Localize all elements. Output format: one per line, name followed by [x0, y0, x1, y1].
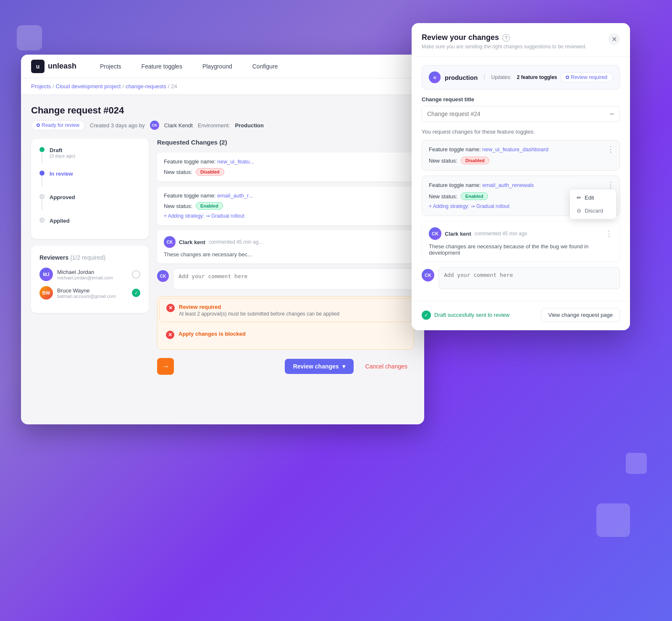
comment-input-row: CK	[157, 268, 414, 289]
cr-title: Change request #024	[31, 105, 414, 116]
modal-toggle-link-1[interactable]: new_ui_feature_dashboard	[482, 146, 549, 153]
modal-subtitle: Make sure you are sending the right chan…	[422, 44, 586, 50]
step-info-draft: Draft (3 days ago)	[50, 147, 75, 158]
reviewer-avatar-michael: MJ	[39, 268, 53, 281]
bg-decoration-4	[626, 453, 647, 474]
review-status-michael	[132, 270, 140, 279]
toggle-menu-btn-1[interactable]: ⋮	[607, 145, 614, 153]
comment-block: CK Clark kent commented 45 min ag... The…	[157, 230, 414, 263]
breadcrumb-change-requests[interactable]: change-requests	[126, 83, 166, 89]
edit-label: Edit	[585, 195, 594, 201]
env-left: ⊕ production | Updates: 2 feature toggle…	[429, 71, 557, 83]
cr-header: Change request #024 Ready for review Cre…	[31, 105, 414, 130]
x-circle-review: ✕	[166, 304, 175, 312]
breadcrumb-project[interactable]: Cloud development project	[56, 83, 121, 89]
edit-icon: ✏	[577, 195, 581, 201]
toggles-label: You request changes for these feature to…	[422, 129, 620, 135]
main-content: Change request #024 Ready for review Cre…	[21, 95, 424, 418]
author-avatar: CK	[150, 121, 159, 130]
toggle-menu-btn-2[interactable]: ⋮	[607, 181, 614, 189]
comment-header: CK Clark kent commented 45 min ag...	[164, 236, 407, 248]
cr-title-edit-btn[interactable]: ✏	[605, 107, 620, 121]
toggle-link-2[interactable]: email_auth_r...	[217, 192, 253, 199]
step-dot-inreview	[39, 171, 45, 176]
info-icon: ?	[502, 34, 510, 42]
app-window: u unleash Projects Feature toggles Playg…	[21, 55, 424, 424]
reviewer-info-michael: Michael Jordan michael.jordan@email.com	[57, 269, 113, 280]
context-menu-discard[interactable]: ⊖ Discard	[570, 204, 616, 217]
commenter-avatar: CK	[164, 236, 176, 248]
bg-decoration-1	[17, 25, 42, 50]
toggle-card-2: Feature toggle name: email_auth_r... New…	[157, 187, 414, 225]
modal-commenter-name: Clark kent	[445, 231, 471, 237]
modal-strategy-tag-2: + Adding strategy: ⇒ Gradual rollout	[429, 203, 509, 209]
step-line-draft	[42, 153, 42, 163]
modal-comment-input[interactable]	[438, 267, 620, 289]
commenter-name: Clark kent	[179, 239, 205, 245]
env-card: ⊕ production | Updates: 2 feature toggle…	[422, 65, 620, 89]
nav-feature-toggles[interactable]: Feature toggles	[138, 61, 186, 71]
cr-title-label: Change request title	[422, 96, 620, 103]
step-name-inreview: In review	[50, 171, 73, 177]
toggle-name-2: Feature toggle name: email_auth_r...	[164, 192, 407, 199]
cr-title-input-wrapper: ✏	[422, 106, 620, 122]
step-line-inreview	[42, 176, 42, 187]
modal-toggle-name-1: Feature toggle name: new_ui_feature_dash…	[429, 146, 613, 153]
discard-icon: ⊖	[577, 208, 581, 214]
modal-close-btn[interactable]: ✕	[608, 33, 620, 45]
toggle-link-1[interactable]: new_ui_featu...	[217, 158, 254, 165]
success-icon: ✓	[422, 310, 431, 320]
modal-toggle-card-2: Feature toggle name: email_auth_renewals…	[422, 176, 620, 216]
comment-text: These changes are necessary bec...	[164, 251, 407, 258]
review-modal: Review your changes ? Make sure you are …	[412, 23, 630, 330]
alert-blocked-text: Apply changes is blocked	[178, 331, 246, 337]
modal-status-pill-2: Enabled	[461, 192, 488, 200]
alert-review-text: At least 2 approval(s) must be submitted…	[179, 311, 339, 317]
workflow-step-inreview: In review	[39, 171, 140, 187]
review-changes-btn[interactable]: Review changes ▾	[285, 359, 354, 374]
modal-toggle-link-2[interactable]: email_auth_renewals	[482, 182, 534, 188]
bottom-actions: → Review changes ▾ Cancel changes	[157, 358, 414, 375]
check-circle-bruce: ✓	[132, 289, 140, 297]
review-req-badge: Review required	[560, 72, 613, 82]
reviewers-card: Reviewers (1/2 required) MJ Michael Jord…	[31, 246, 149, 313]
cr-meta: Ready for review Created 3 days ago by C…	[31, 120, 414, 130]
nav-playground[interactable]: Playground	[199, 61, 236, 71]
success-badge: ✓ Draft succesfully sent to review	[422, 310, 509, 320]
modal-comment-header: CK Clark kent commented 45 min ago ⋮	[429, 227, 613, 240]
workflow-step-draft: Draft (3 days ago)	[39, 147, 140, 164]
nav-configure[interactable]: Configure	[249, 61, 281, 71]
cr-env-label: Environment:	[198, 122, 230, 129]
check-circle-michael	[132, 270, 140, 279]
modal-comment-time: commented 45 min ago	[475, 231, 527, 237]
context-menu-edit[interactable]: ✏ Edit	[570, 191, 616, 204]
env-icon: ⊕	[429, 71, 441, 83]
orange-arrow-btn[interactable]: →	[157, 358, 174, 375]
step-indicator-inreview	[39, 171, 45, 187]
reviewer-michael: MJ Michael Jordan michael.jordan@email.c…	[39, 268, 140, 281]
cr-title-form-group: Change request title ✏	[422, 96, 620, 122]
step-name-draft: Draft	[50, 147, 75, 153]
reviewer-name-michael: Michael Jordan	[57, 269, 113, 275]
strategy-tag-2: + Adding strategy: ⇒ Gradual rollout	[164, 213, 244, 219]
breadcrumb-projects[interactable]: Projects	[31, 83, 51, 89]
modal-toggle-name-2: Feature toggle name: email_auth_renewals	[429, 182, 613, 188]
step-name-approved: Approved	[50, 194, 75, 200]
workflow-step-approved: Approved	[39, 194, 140, 211]
modal-comment-menu-btn[interactable]: ⋮	[605, 229, 613, 238]
cancel-changes-btn[interactable]: Cancel changes	[359, 359, 414, 374]
cr-title-input[interactable]	[422, 106, 605, 121]
step-dot-approved	[39, 194, 45, 199]
step-indicator-approved	[39, 194, 45, 211]
reviewer-avatar-bruce: BW	[39, 286, 53, 300]
modal-title: Review your changes ?	[422, 33, 586, 42]
nav-projects[interactable]: Projects	[97, 61, 125, 71]
env-updates-label: Updates:	[491, 74, 511, 80]
step-info-inreview: In review	[50, 171, 73, 177]
cr-meta-text: Created 3 days ago by	[90, 122, 145, 129]
step-time-draft: (3 days ago)	[50, 153, 75, 158]
comment-input[interactable]	[173, 268, 414, 289]
two-col-layout: Draft (3 days ago) In review	[31, 139, 414, 375]
dropdown-arrow-icon: ▾	[342, 363, 345, 370]
view-cr-btn[interactable]: View change request page	[541, 308, 620, 322]
